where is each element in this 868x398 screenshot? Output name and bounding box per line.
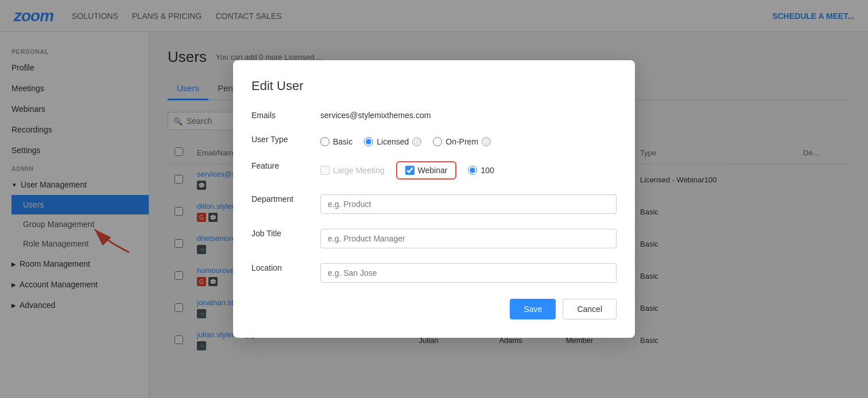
- job-title-value: [320, 225, 617, 248]
- radio-onprem[interactable]: On-Prem ⓘ: [433, 137, 491, 146]
- cancel-button[interactable]: Cancel: [563, 299, 617, 319]
- feature-label: Feature: [251, 158, 320, 170]
- email-label: Emails: [251, 107, 320, 120]
- radio-licensed-input[interactable]: [364, 137, 373, 146]
- webinar-size-100[interactable]: 100: [468, 166, 494, 175]
- edit-user-modal: Edit User Emails services@stylemixthemes…: [233, 60, 635, 338]
- job-title-label: Job Title: [251, 225, 320, 238]
- department-value: [320, 191, 617, 214]
- modal-title: Edit User: [251, 79, 617, 93]
- modal-row-department: Department: [251, 191, 617, 214]
- webinar-box: Webinar: [396, 161, 457, 180]
- radio-onprem-input[interactable]: [433, 137, 442, 146]
- department-input[interactable]: [320, 194, 617, 214]
- radio-basic-label: Basic: [333, 137, 352, 146]
- modal-row-location: Location: [251, 260, 617, 283]
- feature-group: Large Meeting Webinar 100: [320, 161, 617, 180]
- department-label: Department: [251, 191, 320, 204]
- webinar-size-label: 100: [480, 166, 494, 175]
- onprem-info-icon[interactable]: ⓘ: [482, 137, 491, 146]
- modal-row-email: Emails services@stylemixthemes.com: [251, 107, 617, 120]
- feature-large-meeting[interactable]: Large Meeting: [320, 166, 385, 175]
- radio-group-user-type: Basic Licensed ⓘ On-Prem ⓘ: [320, 135, 617, 146]
- job-title-input[interactable]: [320, 229, 617, 248]
- licensed-info-icon[interactable]: ⓘ: [412, 137, 421, 146]
- feature-value: Large Meeting Webinar 100: [320, 158, 617, 180]
- location-label: Location: [251, 260, 320, 272]
- feature-webinar[interactable]: Webinar: [405, 166, 448, 175]
- radio-licensed-label: Licensed: [377, 137, 409, 146]
- radio-basic-input[interactable]: [320, 137, 330, 146]
- user-type-options: Basic Licensed ⓘ On-Prem ⓘ: [320, 131, 617, 146]
- large-meeting-checkbox: [320, 166, 330, 175]
- radio-basic[interactable]: Basic: [320, 137, 352, 146]
- modal-footer: Save Cancel: [251, 299, 617, 319]
- modal-row-user-type: User Type Basic Licensed ⓘ On-Prem: [251, 131, 617, 146]
- modal-row-job-title: Job Title: [251, 225, 617, 248]
- user-type-label: User Type: [251, 131, 320, 144]
- email-value: services@stylemixthemes.com: [320, 107, 617, 120]
- location-value: [320, 260, 617, 283]
- radio-licensed[interactable]: Licensed ⓘ: [364, 137, 421, 146]
- webinar-size-radio[interactable]: [468, 166, 477, 175]
- modal-overlay[interactable]: Edit User Emails services@stylemixthemes…: [0, 0, 868, 398]
- webinar-checkbox[interactable]: [405, 166, 414, 175]
- webinar-label: Webinar: [418, 166, 448, 175]
- radio-onprem-label: On-Prem: [445, 137, 478, 146]
- large-meeting-label: Large Meeting: [333, 166, 385, 175]
- location-input[interactable]: [320, 263, 617, 283]
- save-button[interactable]: Save: [510, 299, 556, 319]
- modal-row-feature: Feature Large Meeting Webinar: [251, 158, 617, 180]
